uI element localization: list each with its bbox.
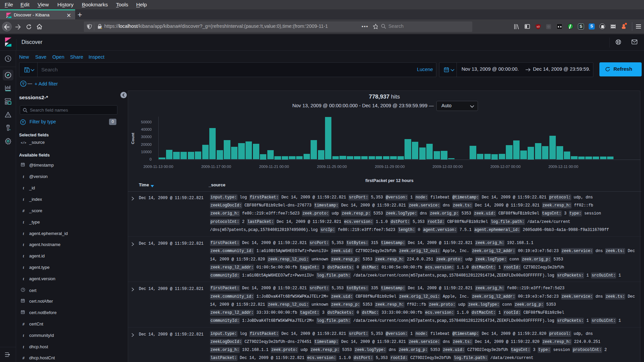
- svg-text:uO: uO: [537, 25, 540, 28]
